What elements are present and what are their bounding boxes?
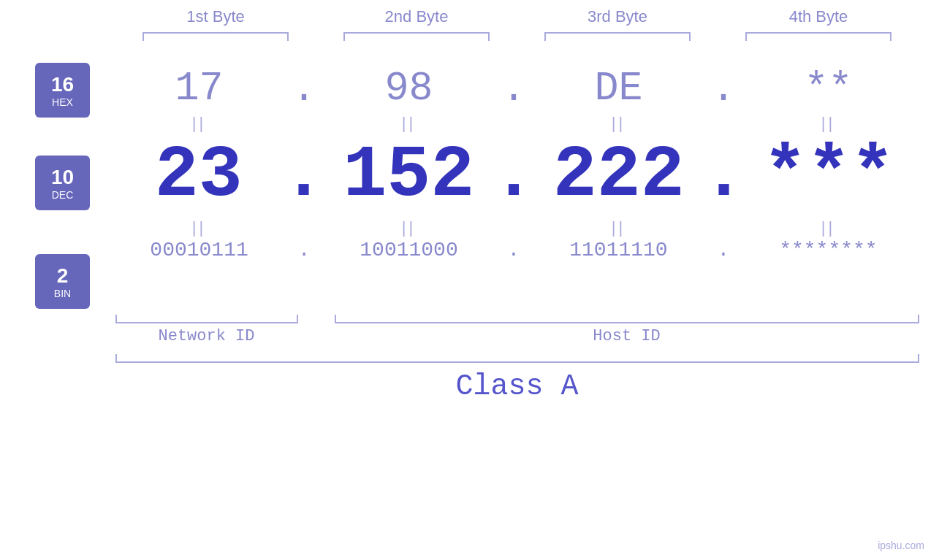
bottom-brackets xyxy=(115,315,919,323)
hex-row: 17 . 98 . DE . ** xyxy=(112,66,916,112)
dec-badge-num: 10 xyxy=(51,166,74,189)
bin-dot-3: . xyxy=(706,239,741,261)
eq2-1: || xyxy=(112,218,286,237)
byte2-header: 2nd Byte xyxy=(336,7,497,26)
bin-val-4: ******** xyxy=(741,239,916,261)
bin-row: 00010111 . 10011000 . 11011110 . xyxy=(112,239,916,261)
bracket-byte4 xyxy=(745,32,892,41)
hex-dot-1: . xyxy=(286,66,322,112)
dec-dot-2: . xyxy=(495,134,532,217)
base-labels: 16 HEX 10 DEC 2 BIN xyxy=(35,63,90,309)
hex-val-4: ** xyxy=(741,67,916,112)
hex-dot-3: . xyxy=(706,66,741,112)
values-grid: 17 . 98 . DE . ** xyxy=(112,59,916,261)
dec-dot-1: . xyxy=(286,134,322,217)
eq1-1: || xyxy=(112,114,286,133)
main-container: 1st Byte 2nd Byte 3rd Byte 4th Byte 16 H… xyxy=(0,0,939,560)
hex-val-2: 98 xyxy=(322,67,496,112)
hex-dot-2: . xyxy=(496,66,531,112)
dec-badge: 10 DEC xyxy=(35,156,90,210)
bin-val-1: 00010111 xyxy=(112,239,286,261)
bin-val-2: 10011000 xyxy=(322,239,496,261)
network-bracket xyxy=(115,315,298,323)
byte-headers: 1st Byte 2nd Byte 3rd Byte 4th Byte xyxy=(115,7,919,26)
dec-val-4: *** xyxy=(742,139,916,212)
byte1-header: 1st Byte xyxy=(135,7,296,26)
dec-row: 23 . 152 . 222 . *** xyxy=(112,134,916,217)
bracket-byte1 xyxy=(142,32,289,41)
hex-badge: 16 HEX xyxy=(35,63,90,118)
dec-badge-name: DEC xyxy=(52,189,74,201)
bin-badge-name: BIN xyxy=(54,288,71,299)
bracket-byte3 xyxy=(544,32,691,41)
hex-val-3: DE xyxy=(531,67,706,112)
class-label: Class A xyxy=(455,370,578,403)
hex-badge-num: 16 xyxy=(51,73,74,96)
full-bracket xyxy=(115,354,919,363)
id-labels-row: Network ID Host ID xyxy=(115,327,919,345)
hex-badge-name: HEX xyxy=(52,96,73,108)
hex-val-1: 17 xyxy=(112,67,286,112)
content-area: 16 HEX 10 DEC 2 BIN 17 . xyxy=(0,55,939,309)
equals-row-1: || || || || xyxy=(112,114,916,133)
top-brackets xyxy=(115,32,919,41)
dec-dot-3: . xyxy=(706,134,742,217)
eq1-4: || xyxy=(741,114,916,133)
bottom-section: Network ID Host ID Class A xyxy=(115,315,919,403)
eq1-2: || xyxy=(322,114,496,133)
dec-val-2: 152 xyxy=(322,139,496,212)
host-bracket xyxy=(335,315,919,323)
bracket-byte2 xyxy=(343,32,490,41)
bin-val-3: 11011110 xyxy=(531,239,706,261)
dec-val-1: 23 xyxy=(112,139,286,212)
equals-row-2: || || || || xyxy=(112,218,916,237)
eq1-3: || xyxy=(531,114,706,133)
eq2-2: || xyxy=(322,218,496,237)
byte4-header: 4th Byte xyxy=(738,7,899,26)
host-id-label: Host ID xyxy=(335,327,919,345)
byte3-header: 3rd Byte xyxy=(537,7,698,26)
bin-dot-2: . xyxy=(496,239,531,261)
eq2-3: || xyxy=(531,218,706,237)
bin-badge: 2 BIN xyxy=(35,254,90,309)
dec-val-3: 222 xyxy=(532,139,706,212)
network-id-label: Network ID xyxy=(115,327,298,345)
eq2-4: || xyxy=(741,218,916,237)
watermark: ipshu.com xyxy=(878,540,924,551)
bin-dot-1: . xyxy=(286,239,322,261)
bin-badge-num: 2 xyxy=(57,264,69,288)
